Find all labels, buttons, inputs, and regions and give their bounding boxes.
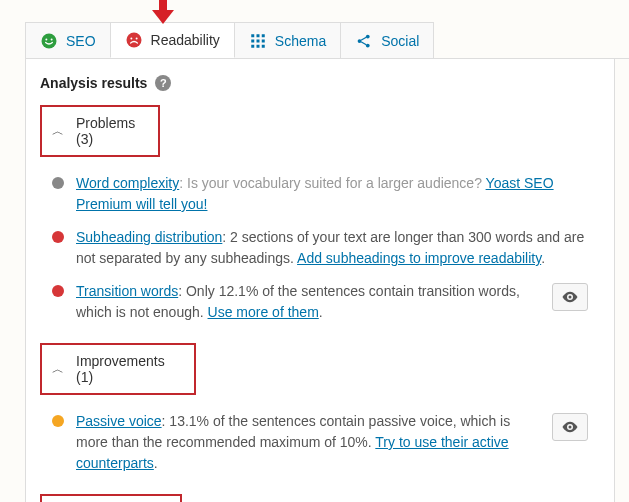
content-panel: Analysis results ? ︿ Problems (3) Word c…: [25, 59, 615, 502]
svg-point-23: [569, 426, 572, 429]
tab-seo-label: SEO: [66, 33, 96, 49]
list-item: Transition words: Only 12.1% of the sent…: [40, 275, 600, 329]
section-toggle-improvements[interactable]: ︿ Improvements (1): [40, 343, 196, 395]
svg-line-21: [361, 41, 366, 44]
svg-point-22: [569, 296, 572, 299]
sad-icon: [125, 31, 143, 49]
section-toggle-problems[interactable]: ︿ Problems (3): [40, 105, 160, 157]
tab-schema[interactable]: Schema: [234, 22, 341, 58]
help-icon[interactable]: ?: [155, 75, 171, 91]
list-item: Subheading distribution: 2 sections of y…: [40, 221, 600, 275]
svg-rect-11: [251, 39, 254, 42]
list-item: Word complexity: Is your vocabulary suit…: [40, 167, 600, 221]
eye-icon: [561, 418, 579, 436]
chevron-up-icon: ︿: [52, 363, 64, 375]
bullet-icon: [52, 285, 64, 297]
svg-point-4: [51, 38, 53, 40]
bullet-icon: [52, 231, 64, 243]
section-toggle-good-results[interactable]: ︿ Good results (3): [40, 494, 182, 502]
eye-icon: [561, 288, 579, 306]
share-icon: [355, 32, 373, 50]
svg-rect-10: [262, 34, 265, 37]
section-problems-label: Problems (3): [76, 115, 148, 147]
issue-link[interactable]: Word complexity: [76, 175, 179, 191]
issue-cta-link[interactable]: Add subheadings to improve readability: [297, 250, 541, 266]
svg-point-2: [42, 33, 57, 48]
tab-social[interactable]: Social: [340, 22, 434, 58]
issue-text: Passive voice: 13.1% of the sentences co…: [76, 411, 540, 474]
issue-link[interactable]: Passive voice: [76, 413, 162, 429]
highlight-eye-button[interactable]: [552, 413, 588, 441]
tab-readability-label: Readability: [151, 32, 220, 48]
svg-point-5: [126, 33, 141, 48]
analysis-title: Analysis results: [40, 75, 147, 91]
svg-rect-8: [251, 34, 254, 37]
section-improvements-label: Improvements (1): [76, 353, 184, 385]
svg-rect-13: [262, 39, 265, 42]
tab-seo[interactable]: SEO: [25, 22, 111, 58]
pointer-arrow: [148, 0, 178, 27]
tab-schema-label: Schema: [275, 33, 326, 49]
bullet-icon: [52, 177, 64, 189]
svg-point-7: [135, 38, 137, 40]
svg-line-20: [361, 37, 366, 40]
highlight-eye-button[interactable]: [552, 283, 588, 311]
issue-text: Subheading distribution: 2 sections of y…: [76, 227, 588, 269]
improvements-list: Passive voice: 13.1% of the sentences co…: [40, 405, 600, 480]
svg-rect-15: [256, 44, 259, 47]
issue-cta-link[interactable]: Use more of them: [208, 304, 319, 320]
grid-icon: [249, 32, 267, 50]
issue-text: Transition words: Only 12.1% of the sent…: [76, 281, 540, 323]
svg-marker-1: [152, 10, 174, 24]
smile-icon: [40, 32, 58, 50]
issue-link[interactable]: Transition words: [76, 283, 178, 299]
issue-text: Word complexity: Is your vocabulary suit…: [76, 173, 588, 215]
svg-point-6: [130, 38, 132, 40]
svg-rect-14: [251, 44, 254, 47]
tab-readability[interactable]: Readability: [110, 22, 235, 58]
tabs-bar: SEO Readability Schema Social: [25, 22, 629, 59]
svg-rect-16: [262, 44, 265, 47]
svg-rect-12: [256, 39, 259, 42]
list-item: Passive voice: 13.1% of the sentences co…: [40, 405, 600, 480]
analysis-header: Analysis results ?: [40, 75, 600, 91]
svg-point-3: [45, 38, 47, 40]
issue-link[interactable]: Subheading distribution: [76, 229, 222, 245]
tab-social-label: Social: [381, 33, 419, 49]
svg-rect-9: [256, 34, 259, 37]
problems-list: Word complexity: Is your vocabulary suit…: [40, 167, 600, 329]
chevron-up-icon: ︿: [52, 125, 64, 137]
bullet-icon: [52, 415, 64, 427]
